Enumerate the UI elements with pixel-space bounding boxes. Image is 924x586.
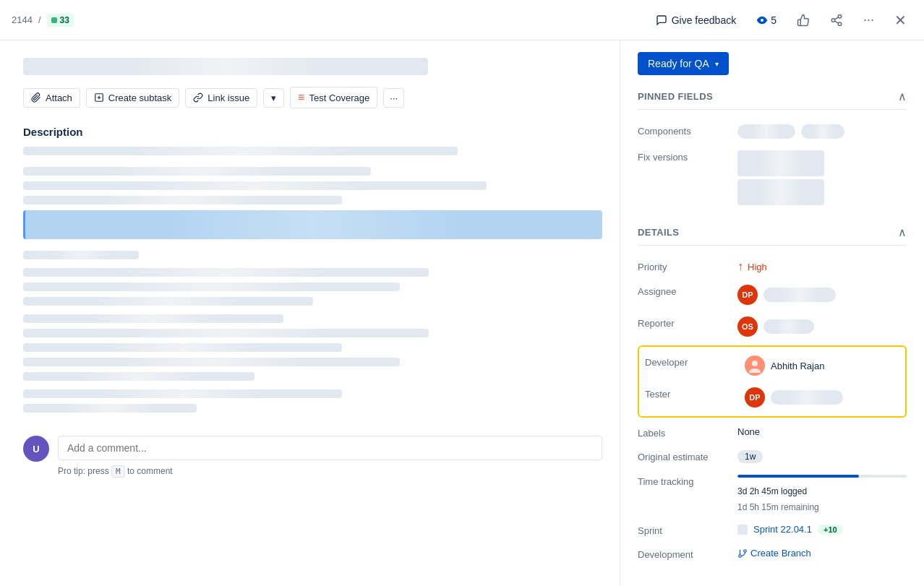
test-coverage-label: Test Coverage: [309, 92, 369, 103]
skeleton: [23, 343, 342, 352]
tester-initials: DP: [749, 393, 760, 402]
priority-row: Priority ↑ High: [638, 254, 907, 279]
breadcrumb-project: 2144: [12, 14, 33, 25]
close-button[interactable]: ✕: [889, 9, 912, 32]
comment-area: U: [23, 436, 602, 462]
time-tracking-label: Time tracking: [638, 475, 732, 487]
share-icon: [830, 14, 843, 27]
developer-label: Developer: [645, 356, 739, 368]
labels-text: None: [737, 426, 760, 437]
test-coverage-icon: ≡: [298, 91, 304, 104]
breadcrumb: 2144 / 33: [12, 14, 74, 27]
tester-label: Tester: [645, 387, 739, 400]
svg-point-1: [838, 14, 842, 18]
keyboard-shortcut: M: [111, 465, 125, 478]
collapse-details-button[interactable]: ∧: [898, 225, 907, 239]
assignee-avatar: DP: [737, 285, 758, 305]
create-subtask-button[interactable]: Create subtask: [86, 88, 179, 108]
watch-button[interactable]: 5: [750, 12, 782, 29]
skeleton: [737, 179, 824, 205]
original-estimate-label: Original estimate: [638, 450, 732, 462]
skeleton: [763, 319, 814, 334]
skeleton: [771, 390, 843, 405]
status-label: Ready for QA: [648, 58, 709, 69]
link-issue-button[interactable]: Link issue: [185, 88, 257, 108]
priority-high-icon: ↑: [737, 260, 743, 273]
details-header: Details ∧: [638, 225, 907, 246]
create-branch-label: Create Branch: [750, 548, 811, 559]
original-estimate-row: Original estimate 1w: [638, 444, 907, 469]
create-subtask-label: Create subtask: [108, 92, 171, 103]
dropdown-button[interactable]: ▾: [263, 88, 284, 108]
skeleton: [23, 389, 342, 398]
development-row: Development Create Branch: [638, 542, 907, 566]
priority-value: ↑ High: [737, 260, 907, 273]
svg-point-12: [744, 549, 747, 552]
skeleton: [763, 288, 836, 302]
skeleton: [23, 297, 313, 306]
description-section: Description: [23, 126, 602, 413]
feedback-label: Give feedback: [672, 14, 737, 26]
svg-line-5: [834, 17, 838, 19]
tester-row: Tester DP: [645, 382, 899, 413]
skeleton: [23, 251, 139, 259]
attach-label: Attach: [46, 92, 72, 103]
commenter-avatar: U: [23, 436, 49, 462]
commenter-initials: U: [33, 444, 39, 454]
estimate-badge: 1w: [737, 450, 763, 463]
skeleton: [23, 268, 429, 277]
skeleton: [23, 314, 283, 323]
original-estimate-value: 1w: [737, 450, 907, 463]
share-button[interactable]: [824, 11, 849, 30]
details-title: Details: [638, 227, 679, 238]
eye-icon: [756, 14, 768, 26]
attach-button[interactable]: Attach: [23, 88, 80, 108]
sprint-value: Sprint 22.04.1 +10: [737, 524, 907, 535]
skeleton: [23, 181, 487, 190]
skeleton: [23, 329, 429, 337]
chevron-down-icon: ▾: [715, 60, 719, 68]
sprint-row: Sprint Sprint 22.04.1 +10: [638, 518, 907, 542]
assignee-value: DP: [737, 285, 907, 305]
sprint-link[interactable]: Sprint 22.04.1: [753, 524, 812, 535]
thumbs-up-button[interactable]: [791, 11, 816, 30]
reporter-avatar: OS: [737, 316, 758, 337]
create-branch-link[interactable]: Create Branch: [737, 548, 811, 559]
sprint-label: Sprint: [638, 524, 732, 536]
toolbar: Attach Create subtask Link issue ▾ ≡ Tes…: [23, 87, 602, 108]
reporter-initials: OS: [742, 322, 753, 331]
fix-versions-value: [737, 150, 907, 208]
test-coverage-button[interactable]: ≡ Test Coverage: [290, 87, 377, 108]
assignee-initials: DP: [742, 290, 753, 299]
toolbar-more-button[interactable]: ···: [383, 88, 404, 108]
attach-icon: [31, 92, 41, 103]
thumbs-up-icon: [797, 14, 810, 27]
labels-row: Labels None: [638, 421, 907, 444]
time-tracking-value: 3d 2h 45m logged 1d 5h 15m remaining: [737, 475, 907, 512]
more-options-button[interactable]: ···: [857, 9, 880, 30]
right-panel: Ready for QA ▾ Pinned fields ∧ Component…: [620, 40, 924, 586]
collapse-pinned-button[interactable]: ∧: [898, 90, 907, 103]
give-feedback-button[interactable]: Give feedback: [650, 12, 743, 29]
link-issue-label: Link issue: [208, 92, 249, 103]
time-remaining: 1d 5h 15m remaining: [737, 502, 819, 512]
development-value: Create Branch: [737, 548, 907, 559]
reporter-value: OS: [737, 316, 907, 337]
issue-key-badge[interactable]: 33: [47, 14, 74, 27]
svg-point-13: [739, 554, 742, 557]
main-layout: Attach Create subtask Link issue ▾ ≡ Tes…: [0, 40, 924, 586]
svg-point-0: [761, 19, 763, 22]
time-tracking-bar: [737, 475, 907, 478]
pinned-fields-title: Pinned fields: [638, 91, 713, 102]
link-icon: [193, 92, 203, 103]
more-icon: ···: [390, 92, 398, 103]
time-tracking-row: Time tracking 3d 2h 45m logged 1d 5h 15m…: [638, 469, 907, 518]
watchers-count: 5: [771, 14, 777, 26]
comment-input[interactable]: [58, 436, 602, 460]
details-section: Details ∧ Priority ↑ High Assignee DP: [638, 225, 907, 566]
status-button[interactable]: Ready for QA ▾: [638, 52, 729, 75]
developer-value: Abhith Rajan: [745, 356, 899, 376]
skeleton: [737, 150, 824, 176]
time-tracking-fill: [737, 475, 859, 478]
skeleton-highlighted: [23, 210, 602, 239]
